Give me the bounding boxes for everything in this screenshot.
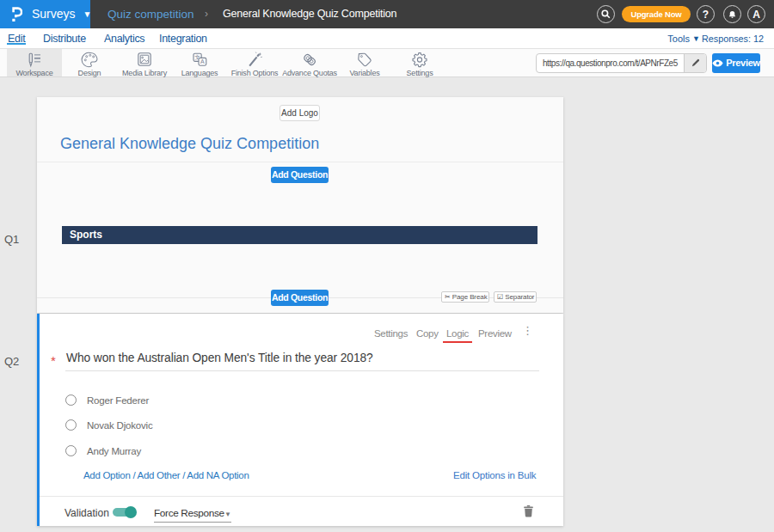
svg-text:A: A: [200, 58, 205, 64]
